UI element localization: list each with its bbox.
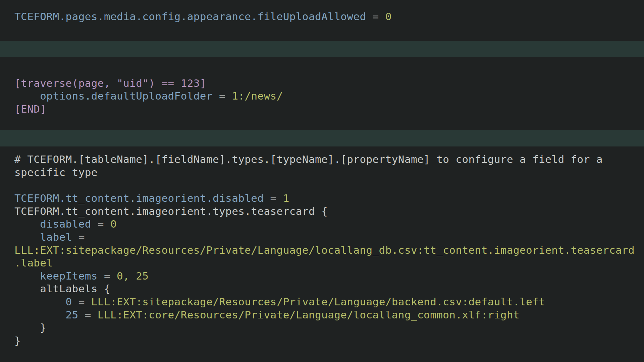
code-line: LLL:EXT:sitepackage/Resources/Private/La… xyxy=(0,244,644,257)
code-token-key: label xyxy=(40,231,72,243)
code-token-key: options.defaultUploadFolder xyxy=(40,90,213,102)
code-token-key: keepItems xyxy=(40,270,98,282)
code-token-op: = xyxy=(72,296,91,308)
code-token-val: 1:/news/ xyxy=(232,90,283,102)
code-token-val: 0 xyxy=(110,218,117,230)
code-token-plain: } xyxy=(14,321,46,334)
separator-band xyxy=(0,41,644,57)
code-token-comment: # TCEFORM.[tableName].[fieldName].types.… xyxy=(14,153,603,165)
code-line: specific type xyxy=(0,166,644,179)
code-token-op: = xyxy=(264,192,283,204)
code-token-val: 1 xyxy=(283,192,289,204)
code-token-op: = xyxy=(72,231,85,243)
code-line: [END] xyxy=(0,103,644,116)
code-editor: TCEFORM.pages.media.config.appearance.fi… xyxy=(0,0,644,362)
code-line: TCEFORM.tt_content.imageorient.disabled … xyxy=(0,192,644,205)
code-token-op: = xyxy=(78,309,98,321)
code-line: } xyxy=(0,321,644,334)
code-token-plain xyxy=(14,90,40,102)
code-token-op: = xyxy=(98,270,117,282)
code-token-val: 0 xyxy=(385,10,392,22)
code-token-key: TCEFORM.pages.media.config.appearance.fi… xyxy=(14,10,366,22)
code-line: TCEFORM.pages.media.config.appearance.fi… xyxy=(0,10,644,23)
tceform-types-block: # TCEFORM.[tableName].[fieldName].types.… xyxy=(0,153,644,347)
code-token-plain xyxy=(14,270,40,282)
code-area[interactable]: TCEFORM.pages.media.config.appearance.fi… xyxy=(0,0,644,362)
code-token-val: 0, 25 xyxy=(117,270,149,282)
code-line: altLabels { xyxy=(0,282,644,295)
code-token-val: LLL:EXT:sitepackage/Resources/Private/La… xyxy=(91,296,545,308)
code-token-plain: altLabels { xyxy=(14,283,110,295)
code-token-key: disabled xyxy=(40,218,91,230)
code-token-op: = xyxy=(213,90,232,102)
tceform-pages-block: TCEFORM.pages.media.config.appearance.fi… xyxy=(0,10,644,23)
code-line: # TCEFORM.[tableName].[fieldName].types.… xyxy=(0,153,644,166)
code-token-plain xyxy=(14,231,40,243)
code-token-plain xyxy=(14,309,66,321)
code-line: 25 = LLL:EXT:core/Resources/Private/Lang… xyxy=(0,308,644,321)
code-token-plain: TCEFORM.tt_content.imageorient.types.tea… xyxy=(14,205,328,217)
code-token-plain xyxy=(14,218,40,230)
code-line: } xyxy=(0,334,644,347)
code-token-key: 0 xyxy=(66,296,72,308)
code-token-val: LLL:EXT:core/Resources/Private/Language/… xyxy=(98,309,520,321)
code-line-blank xyxy=(0,179,644,192)
code-token-cond: [traverse(page, "uid") == 123] xyxy=(14,77,206,89)
code-line: disabled = 0 xyxy=(0,218,644,231)
code-line: options.defaultUploadFolder = 1:/news/ xyxy=(0,89,644,103)
code-token-val: .label xyxy=(14,257,53,269)
code-token-plain xyxy=(14,296,66,308)
code-token-key: 25 xyxy=(66,309,78,321)
code-token-key: TCEFORM.tt_content.imageorient.disabled xyxy=(14,192,264,204)
code-line: keepItems = 0, 25 xyxy=(0,269,644,283)
code-line: TCEFORM.tt_content.imageorient.types.tea… xyxy=(0,205,644,218)
code-line: 0 = LLL:EXT:sitepackage/Resources/Privat… xyxy=(0,295,644,308)
condition-block: [traverse(page, "uid") == 123] options.d… xyxy=(0,77,644,116)
code-token-val: LLL:EXT:sitepackage/Resources/Private/La… xyxy=(14,244,635,256)
code-token-plain: } xyxy=(14,335,21,347)
separator-band xyxy=(0,130,644,146)
code-line: .label xyxy=(0,256,644,269)
code-token-cond: [END] xyxy=(14,103,46,115)
code-token-comment: specific type xyxy=(14,166,98,178)
code-line: [traverse(page, "uid") == 123] xyxy=(0,77,644,90)
code-line: label = xyxy=(0,231,644,244)
code-token-op: = xyxy=(91,218,110,230)
code-token-op: = xyxy=(366,10,385,22)
